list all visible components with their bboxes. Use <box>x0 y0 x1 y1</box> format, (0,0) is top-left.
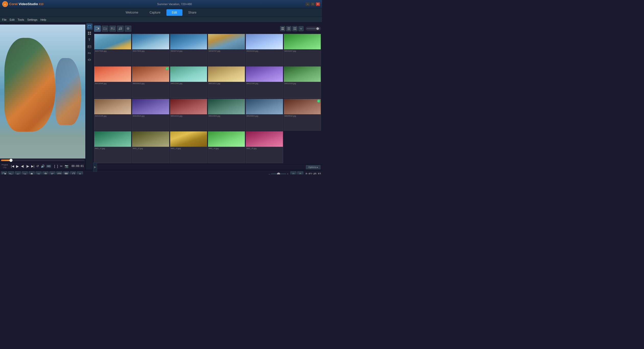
fit-timeline-button[interactable]: ⊡ <box>290 171 296 175</box>
list-item[interactable]: IMG_r2.jpg <box>132 131 169 163</box>
zoom-out-button[interactable]: – <box>269 173 270 174</box>
list-item[interactable]: IMG4304.jpg <box>208 99 245 131</box>
main-area: · · · · · · · · · Project Clip |◀ ▶ <box>0 22 322 170</box>
list-item[interactable]: IMG7608.jpg <box>132 34 169 66</box>
tab-edit[interactable]: Edit <box>166 9 182 16</box>
scrubber-thumb[interactable] <box>9 159 13 162</box>
list-item[interactable]: IMG2333.jpg <box>284 66 321 98</box>
list-item[interactable]: ✓ IMG0913.jpg <box>132 66 169 98</box>
zoom-slider[interactable] <box>306 27 321 31</box>
list-item[interactable]: IMG7599.jpg <box>94 34 131 66</box>
list-item[interactable]: IMG2195.jpg <box>246 66 283 98</box>
svg-point-41 <box>74 174 75 175</box>
svg-text:C: C <box>4 3 6 6</box>
fx-button[interactable]: FX <box>86 50 93 56</box>
show-project-button[interactable] <box>125 26 131 32</box>
list-item[interactable]: IMG_r3.jpg <box>170 131 207 163</box>
zoom-in-button[interactable]: + <box>287 173 289 174</box>
list-item[interactable]: IMG3195.jpg <box>94 99 131 131</box>
tab-welcome[interactable]: Welcome <box>120 9 144 16</box>
show-folder-button[interactable] <box>102 26 108 32</box>
view-list-button[interactable] <box>286 26 291 31</box>
multi-trim-button[interactable] <box>56 171 62 175</box>
next-frame-button[interactable]: |▶ <box>26 164 30 168</box>
transition-button[interactable] <box>86 57 93 63</box>
thumb-label: IMG7599.jpg <box>94 49 131 53</box>
ripple-edit-button[interactable] <box>49 171 55 175</box>
media-library-button[interactable] <box>86 24 93 30</box>
show-video-button[interactable] <box>94 26 101 32</box>
view-list-large-button[interactable] <box>280 26 285 31</box>
thumb-image <box>208 131 245 147</box>
expand-library-button[interactable]: ▶ <box>93 163 97 172</box>
hd-button[interactable]: HD <box>46 165 51 168</box>
scrubber-bar[interactable] <box>1 160 84 161</box>
list-item[interactable]: IMG8787.jpg <box>208 34 245 66</box>
split-button[interactable]: ✂ <box>60 164 63 168</box>
svg-rect-6 <box>90 32 91 33</box>
zoom-slider[interactable] <box>271 173 286 175</box>
show-image-button[interactable] <box>109 26 116 32</box>
project-title-bar: Summer Vacation, 720×480 <box>157 3 192 6</box>
record-button[interactable]: ⏺ <box>29 171 35 175</box>
thumb-label: IMG5064.jpg <box>246 114 283 118</box>
undo-button[interactable]: ↩ <box>15 171 21 175</box>
title-button[interactable]: T <box>86 37 93 43</box>
thumb-label: IMG8787.jpg <box>208 49 245 53</box>
graphics-button[interactable] <box>86 43 93 50</box>
thumb-label: IMG_r2.jpg <box>132 147 169 150</box>
thumb-image <box>132 131 169 147</box>
track-manager-button[interactable] <box>63 171 69 175</box>
list-item[interactable]: IMG_r4.jpg <box>208 131 245 163</box>
repeat-button[interactable]: ↺ <box>36 164 39 168</box>
list-item[interactable]: IMG9207.jpg <box>284 34 321 66</box>
split-clip-button[interactable]: ✂ <box>36 171 42 175</box>
sort-button[interactable] <box>298 26 304 31</box>
mark-out-button[interactable]: ] <box>57 164 59 168</box>
redo-button[interactable]: ↪ <box>22 171 28 175</box>
options-button[interactable]: Options ▸ <box>306 165 320 169</box>
timeline-settings-button[interactable] <box>8 171 14 175</box>
close-button[interactable]: ✕ <box>316 2 320 6</box>
timeline-add-video-button[interactable] <box>1 171 7 175</box>
snapshot-button[interactable]: 📷 <box>64 164 69 168</box>
list-item[interactable]: IMG_r1.jpg <box>94 131 131 163</box>
list-item[interactable]: IMG9194.jpg <box>246 34 283 66</box>
scrubber-area[interactable] <box>0 159 85 162</box>
mark-in-button[interactable]: [ <box>54 164 55 168</box>
play-button[interactable]: ▶ <box>16 164 19 168</box>
list-item[interactable]: IMG1542.jpg <box>170 66 207 98</box>
thumb-image <box>170 131 207 147</box>
prev-frame-button[interactable]: ◀| <box>20 164 25 168</box>
delete-button[interactable]: 🗑 <box>42 171 49 175</box>
thumb-image <box>284 34 321 49</box>
timeline-scroll-button[interactable]: ⏱ <box>297 171 303 175</box>
list-item[interactable]: IMG3919.jpg <box>132 99 169 131</box>
go-end-button[interactable]: ▶| <box>31 164 35 168</box>
volume-button[interactable]: 🔊 <box>40 164 45 168</box>
tab-capture[interactable]: Capture <box>144 9 166 16</box>
menu-help[interactable]: Help <box>40 18 46 21</box>
video-preview[interactable] <box>0 25 85 159</box>
menu-settings[interactable]: Settings <box>27 18 37 21</box>
list-item[interactable]: IMG_r5.jpg <box>246 131 283 163</box>
list-item[interactable]: ✓ IMG5532.jpg <box>284 99 321 131</box>
list-item[interactable]: IMG4222.jpg <box>170 99 207 131</box>
go-start-button[interactable]: |◀ <box>10 164 15 168</box>
nav-tabs: Welcome Capture Edit Share <box>0 8 322 17</box>
list-item[interactable]: IMG3596.jpg <box>94 66 131 98</box>
show-audio-button[interactable] <box>117 26 124 32</box>
tab-share[interactable]: Share <box>183 9 202 16</box>
instant-project-button[interactable] <box>86 30 93 36</box>
list-item[interactable]: IMG5064.jpg <box>246 99 283 131</box>
minimize-button[interactable]: – <box>306 2 310 6</box>
list-item[interactable]: IMG1611.jpg <box>208 66 245 98</box>
maximize-button[interactable]: □ <box>311 2 315 6</box>
view-grid-button[interactable] <box>292 26 297 31</box>
auto-music-button[interactable] <box>70 171 76 175</box>
menu-edit[interactable]: Edit <box>10 18 15 21</box>
morph-cut-button[interactable]: ⊕ <box>77 171 83 175</box>
menu-tools[interactable]: Tools <box>18 18 24 21</box>
menu-file[interactable]: File <box>2 18 7 21</box>
list-item[interactable]: IMG8712.jpg <box>170 34 207 66</box>
